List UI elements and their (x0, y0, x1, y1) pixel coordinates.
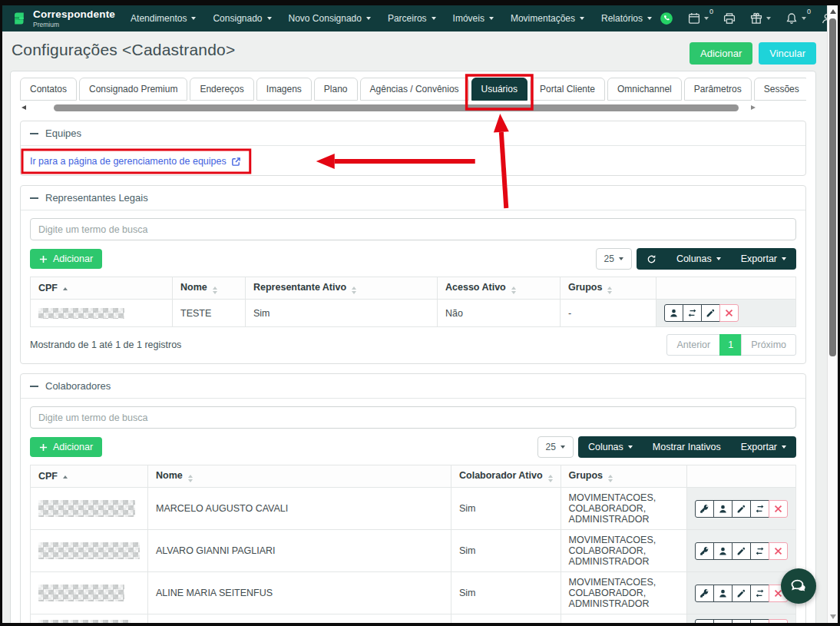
equipes-management-link[interactable]: Ir para a página de gerenciamento de equ… (30, 156, 241, 167)
delete-action-button[interactable] (769, 542, 788, 560)
tab-omnichannel[interactable]: Omnichannel (607, 78, 682, 101)
representantes-add-button[interactable]: Adicionar (30, 249, 102, 269)
vertical-scrollbar-thumb[interactable] (829, 18, 836, 356)
button-label: Colunas (676, 253, 712, 264)
settings-card: Contatos Consignado Premium Endereços Im… (10, 71, 816, 626)
sort-icon (548, 475, 553, 482)
delete-action-button[interactable] (719, 304, 739, 322)
chat-fab-button[interactable] (781, 568, 816, 604)
user-action-button[interactable] (713, 619, 733, 626)
menu-novo-consignado[interactable]: Novo Consignado (289, 13, 371, 24)
adicionar-button[interactable]: Adicionar (690, 42, 752, 65)
edit-action-button[interactable] (732, 619, 751, 626)
tab-enderecos[interactable]: Endereços (190, 78, 253, 101)
menu-parceiros[interactable]: Parceiros (388, 13, 436, 24)
plus-icon (39, 443, 48, 452)
menu-consignado[interactable]: Consignado (213, 13, 271, 24)
column-header-colaborador-ativo[interactable]: Colaborador Ativo (451, 465, 561, 488)
user-action-button[interactable] (713, 585, 733, 602)
pagination-next-button[interactable]: Próximo (741, 334, 796, 356)
show-inactive-button[interactable]: Mostrar Inativos (643, 436, 731, 458)
tab-agencias-convenios[interactable]: Agências / Convênios (360, 78, 469, 101)
column-header-cpf[interactable]: CPF (31, 277, 173, 300)
refresh-button[interactable] (637, 248, 666, 270)
tab-sessoes[interactable]: Sessões (754, 78, 806, 101)
navbar-icons: 0 0 (660, 12, 840, 25)
representantes-export-button[interactable]: Exportar (731, 248, 796, 270)
column-header-nome[interactable]: Nome (148, 465, 451, 488)
tab-parametros[interactable]: Parâmetros (684, 78, 752, 101)
tabs-scrollbar-thumb[interactable] (54, 104, 739, 111)
scroll-right-icon[interactable] (751, 105, 756, 110)
pagination-page-1-button[interactable]: 1 (719, 334, 742, 356)
colaboradores-panel: Colaboradores Adicionar 25 Colunas Mostr… (20, 373, 806, 626)
edit-action-button[interactable] (732, 542, 751, 560)
tab-plano[interactable]: Plano (314, 78, 358, 101)
column-header-nome[interactable]: Nome (173, 277, 246, 300)
column-header-acesso-ativo[interactable]: Acesso Ativo (438, 277, 561, 300)
vincular-button[interactable]: Vincular (759, 42, 816, 65)
bell-icon[interactable]: 0 (785, 12, 806, 25)
column-header-cpf[interactable]: CPF (31, 465, 148, 488)
colaboradores-search-input[interactable] (30, 406, 796, 429)
whatsapp-icon[interactable] (660, 12, 673, 25)
edit-action-button[interactable] (732, 500, 751, 518)
password-action-button[interactable] (695, 585, 714, 602)
menu-imoveis[interactable]: Imóveis (453, 13, 494, 24)
menu-relatorios[interactable]: Relatórios (601, 13, 652, 24)
column-header-representante-ativo[interactable]: Representante Ativo (246, 277, 438, 300)
transfer-action-button[interactable] (750, 542, 769, 560)
scroll-down-icon[interactable] (830, 614, 836, 619)
user-action-button[interactable] (713, 542, 733, 560)
tab-contatos[interactable]: Contatos (20, 78, 77, 101)
user-action-button[interactable] (664, 304, 683, 322)
scroll-up-icon[interactable] (830, 9, 836, 14)
menu-atendimentos[interactable]: Atendimentos (131, 13, 196, 24)
colaboradores-header[interactable]: Colaboradores (21, 374, 805, 399)
redacted-cpf (38, 308, 124, 319)
representantes-columns-button[interactable]: Colunas (666, 248, 731, 270)
page-title: Configurações <Cadastrando> (12, 41, 235, 59)
password-action-button[interactable] (695, 542, 714, 560)
printer-icon[interactable] (723, 12, 736, 25)
colaboradores-export-button[interactable]: Exportar (731, 436, 796, 458)
pencil-icon (736, 588, 746, 598)
key-icon (699, 588, 709, 598)
representantes-header[interactable]: Representantes Legais (21, 186, 805, 210)
column-header-grupos[interactable]: Grupos (561, 277, 656, 300)
gift-icon[interactable] (750, 12, 771, 25)
delete-action-button[interactable] (769, 500, 788, 518)
transfer-action-button[interactable] (750, 585, 769, 602)
tab-usuarios[interactable]: Usuários (471, 78, 527, 101)
colaboradores-columns-button[interactable]: Colunas (578, 436, 643, 458)
representantes-pagesize-select[interactable]: 25 (596, 248, 632, 270)
edit-action-button[interactable] (732, 585, 751, 602)
representantes-search-input[interactable] (30, 218, 796, 240)
brand-logo[interactable]: Correspondente Premium (12, 9, 115, 28)
calendar-icon[interactable]: 0 (688, 12, 709, 25)
table-row: ALINE MARIA SEITENFUSSimMOVIMENTACOES, C… (31, 572, 796, 614)
tab-consignado-premium[interactable]: Consignado Premium (79, 78, 187, 101)
redacted-cpf (38, 620, 131, 626)
column-header-grupos[interactable]: Grupos (561, 465, 686, 488)
password-action-button[interactable] (695, 500, 714, 518)
pagination-prev-button[interactable]: Anterior (666, 334, 720, 356)
colaboradores-add-button[interactable]: Adicionar (30, 437, 102, 457)
cell-grupos: MOVIMENTACOES, COLABORADOR, ADMINISTRADO… (561, 572, 686, 614)
user-action-button[interactable] (713, 500, 733, 518)
redacted-cpf (38, 542, 140, 559)
sort-icon (607, 287, 612, 294)
transfer-action-button[interactable] (683, 304, 702, 322)
equipes-header[interactable]: Equipes (21, 121, 805, 146)
colaboradores-pagesize-select[interactable]: 25 (537, 436, 574, 458)
transfer-action-button[interactable] (750, 500, 769, 518)
password-action-button[interactable] (695, 619, 714, 626)
edit-action-button[interactable] (701, 304, 720, 322)
delete-action-button[interactable] (769, 619, 788, 626)
transfer-action-button[interactable] (750, 619, 769, 626)
tab-portal-cliente[interactable]: Portal Cliente (530, 78, 605, 101)
menu-movimentacoes[interactable]: Movimentações (511, 13, 584, 24)
scroll-left-icon[interactable] (21, 105, 26, 110)
tab-imagens[interactable]: Imagens (256, 78, 312, 101)
close-icon (774, 505, 782, 513)
